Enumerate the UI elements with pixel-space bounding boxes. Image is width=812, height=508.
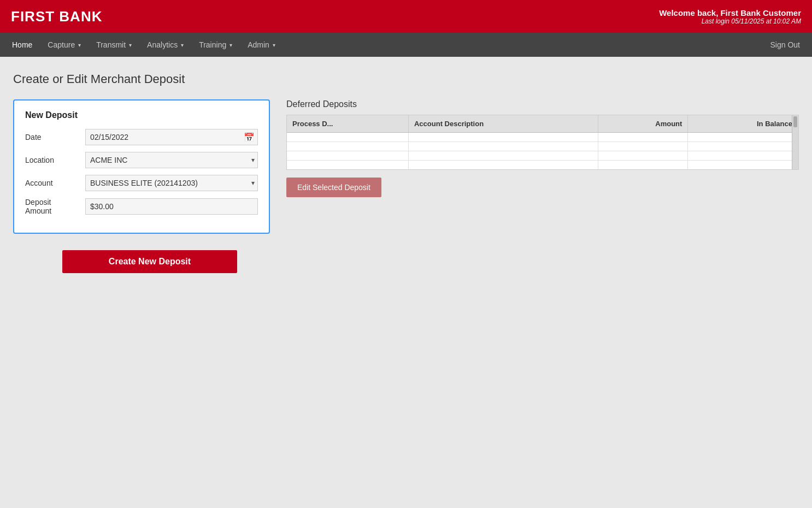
scrollbar-thumb: [793, 116, 797, 127]
deposit-amount-row: Deposit Amount: [25, 198, 258, 215]
date-row: Date 📅: [25, 129, 258, 145]
create-new-deposit-button[interactable]: Create New Deposit: [62, 250, 237, 273]
header: FIRST BANK Welcome back, First Bank Cust…: [0, 0, 812, 33]
edit-button-wrap: Edit Selected Deposit: [286, 178, 799, 197]
nav-home[interactable]: Home: [4, 33, 40, 57]
chevron-down-icon: ▾: [129, 42, 132, 48]
account-row: Account BUSINESS ELITE (202141203) ▾: [25, 175, 258, 191]
nav-training[interactable]: Training ▾: [191, 33, 240, 57]
welcome-text: Welcome back, First Bank Customer: [659, 8, 801, 17]
deferred-deposits-table-wrap: Process D... Account Description Amount …: [286, 115, 799, 170]
nav-capture[interactable]: Capture ▾: [40, 33, 89, 57]
chevron-down-icon: ▾: [181, 42, 184, 48]
deferred-deposits-section: Deferred Deposits Process D... Account D…: [286, 99, 799, 197]
account-label: Account: [25, 179, 85, 187]
deferred-deposits-title: Deferred Deposits: [286, 99, 799, 109]
deferred-deposits-table: Process D... Account Description Amount …: [287, 115, 798, 169]
location-select-wrap: ACME INC ▾: [85, 152, 258, 168]
table-row: [287, 142, 798, 151]
nav-admin[interactable]: Admin ▾: [240, 33, 283, 57]
nav-transmit[interactable]: Transmit ▾: [89, 33, 139, 57]
last-login-text: Last login 05/11/2025 at 10:02 AM: [659, 17, 801, 25]
account-select[interactable]: BUSINESS ELITE (202141203): [85, 175, 258, 191]
table-header-row: Process D... Account Description Amount …: [287, 115, 798, 133]
navbar: Home Capture ▾ Transmit ▾ Analytics ▾ Tr…: [0, 33, 812, 57]
chevron-down-icon: ▾: [230, 42, 232, 48]
table-row: [287, 151, 798, 161]
scrollbar[interactable]: [792, 115, 798, 169]
calendar-icon[interactable]: 📅: [244, 132, 255, 143]
location-label: Location: [25, 156, 85, 164]
account-select-wrap: BUSINESS ELITE (202141203) ▾: [85, 175, 258, 191]
col-account-description: Account Description: [408, 115, 598, 133]
new-deposit-title: New Deposit: [25, 110, 258, 120]
deposit-amount-input-wrap: [85, 198, 258, 215]
sign-out-button[interactable]: Sign Out: [763, 33, 808, 57]
main-layout: New Deposit Date 📅 Location ACME INC ▾: [13, 99, 799, 273]
location-select[interactable]: ACME INC: [85, 152, 258, 168]
col-in-balance: In Balance: [688, 115, 798, 133]
chevron-down-icon: ▾: [78, 42, 81, 48]
new-deposit-panel: New Deposit Date 📅 Location ACME INC ▾: [13, 99, 270, 273]
col-process-date: Process D...: [287, 115, 408, 133]
date-input-wrap: 📅: [85, 129, 258, 145]
col-amount: Amount: [598, 115, 688, 133]
nav-analytics[interactable]: Analytics ▾: [139, 33, 191, 57]
deposit-amount-label: Deposit Amount: [25, 198, 85, 215]
table-row: [287, 161, 798, 170]
logo: FIRST BANK: [11, 8, 102, 25]
page-content: Create or Edit Merchant Deposit New Depo…: [0, 57, 812, 288]
location-row: Location ACME INC ▾: [25, 152, 258, 168]
table-row: [287, 133, 798, 142]
edit-selected-deposit-button[interactable]: Edit Selected Deposit: [286, 178, 381, 197]
date-input[interactable]: [85, 129, 258, 145]
deposit-amount-input[interactable]: [85, 198, 258, 215]
user-info: Welcome back, First Bank Customer Last l…: [659, 8, 801, 25]
chevron-down-icon: ▾: [273, 42, 275, 48]
page-title: Create or Edit Merchant Deposit: [13, 72, 799, 86]
date-label: Date: [25, 133, 85, 141]
create-button-wrap: Create New Deposit: [13, 250, 270, 273]
